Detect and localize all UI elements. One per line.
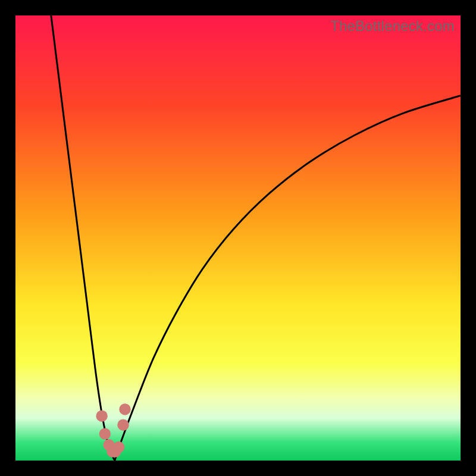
data-point <box>119 403 130 415</box>
data-point <box>117 419 129 430</box>
curve-right-branch <box>115 96 461 461</box>
curve-left-branch <box>51 15 115 461</box>
data-point <box>96 410 107 421</box>
data-point <box>99 428 111 439</box>
plot-area: TheBottleneck.com <box>15 15 461 461</box>
watermark-text: TheBottleneck.com <box>330 18 455 35</box>
data-point <box>113 441 124 453</box>
chart-frame: TheBottleneck.com <box>0 0 476 476</box>
chart-lines <box>15 15 461 461</box>
